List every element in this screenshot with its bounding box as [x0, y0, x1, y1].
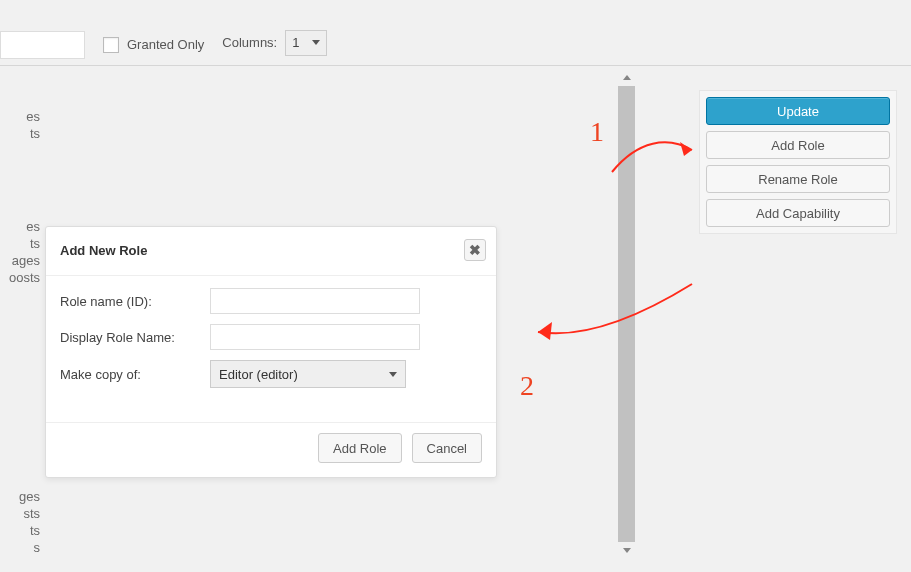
columns-selector: Columns: 1 — [222, 30, 327, 56]
dialog-footer: Add Role Cancel — [46, 422, 496, 477]
copy-of-selected-value: Editor (editor) — [219, 367, 298, 382]
dialog-body: Role name (ID): Display Role Name: Make … — [46, 276, 496, 422]
list-item: oosts — [0, 269, 40, 286]
role-name-input[interactable] — [210, 288, 420, 314]
svg-marker-1 — [538, 322, 552, 340]
columns-selected-value: 1 — [292, 35, 299, 50]
filter-input[interactable] — [0, 31, 85, 59]
add-capability-button[interactable]: Add Capability — [706, 199, 890, 227]
rename-role-button[interactable]: Rename Role — [706, 165, 890, 193]
capability-list-fragment-3: ges sts ts s — [0, 488, 40, 556]
add-new-role-dialog: Add New Role ✖ Role name (ID): Display R… — [45, 226, 497, 478]
checkbox-icon[interactable] — [103, 37, 119, 53]
close-icon[interactable]: ✖ — [464, 239, 486, 261]
annotation-arrow-2 — [520, 280, 700, 360]
capability-list-fragment-2: es ts ages oosts — [0, 218, 40, 286]
list-item: es — [0, 108, 40, 125]
list-item: ages — [0, 252, 40, 269]
columns-select[interactable]: 1 — [285, 30, 327, 56]
display-name-label: Display Role Name: — [60, 330, 210, 345]
granted-only-label: Granted Only — [127, 37, 204, 52]
chevron-down-icon — [389, 372, 397, 377]
top-toolbar: Granted Only Columns: 1 — [0, 0, 911, 66]
list-item: ges — [0, 488, 40, 505]
dialog-cancel-button[interactable]: Cancel — [412, 433, 482, 463]
annotation-number-1: 1 — [590, 116, 604, 148]
granted-only-checkbox[interactable]: Granted Only — [103, 37, 204, 53]
copy-of-select[interactable]: Editor (editor) — [210, 360, 406, 388]
update-button[interactable]: Update — [706, 97, 890, 125]
scroll-up-icon[interactable] — [618, 69, 635, 86]
role-name-label: Role name (ID): — [60, 294, 210, 309]
svg-marker-0 — [680, 142, 692, 156]
display-name-input[interactable] — [210, 324, 420, 350]
list-item: es — [0, 218, 40, 235]
dialog-add-role-button[interactable]: Add Role — [318, 433, 401, 463]
actions-sidebar: Update Add Role Rename Role Add Capabili… — [699, 90, 897, 234]
dialog-titlebar[interactable]: Add New Role ✖ — [46, 227, 496, 276]
capability-list-fragment-1: es ts — [0, 108, 40, 142]
copy-of-label: Make copy of: — [60, 367, 210, 382]
columns-label: Columns: — [222, 35, 277, 50]
list-item: ts — [0, 522, 40, 539]
scrollbar-track[interactable] — [618, 86, 635, 542]
scroll-down-icon[interactable] — [618, 542, 635, 559]
list-item: sts — [0, 505, 40, 522]
chevron-down-icon — [312, 40, 320, 45]
dialog-title: Add New Role — [60, 243, 147, 258]
list-item: s — [0, 539, 40, 556]
annotation-number-2: 2 — [520, 370, 534, 402]
vertical-scrollbar[interactable] — [618, 69, 635, 559]
list-item: ts — [0, 125, 40, 142]
list-item: ts — [0, 235, 40, 252]
add-role-button[interactable]: Add Role — [706, 131, 890, 159]
scrollbar-thumb[interactable] — [618, 86, 635, 546]
